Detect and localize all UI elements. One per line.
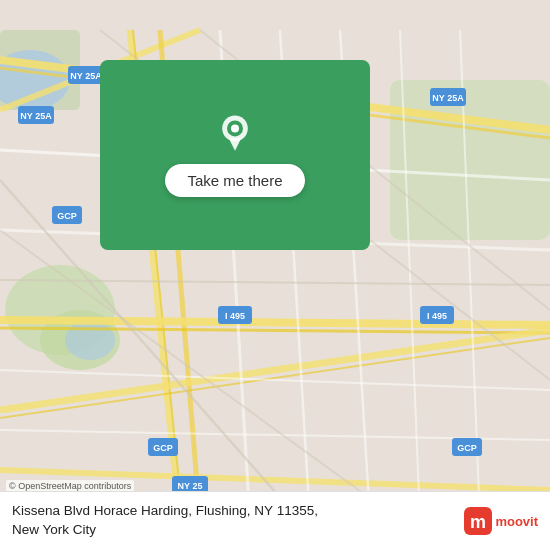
svg-point-56 bbox=[231, 124, 239, 132]
address-text: Kissena Blvd Horace Harding, Flushing, N… bbox=[12, 502, 456, 540]
svg-text:NY 25A: NY 25A bbox=[20, 111, 52, 121]
bottom-bar: Kissena Blvd Horace Harding, Flushing, N… bbox=[0, 491, 550, 550]
green-overlay: Take me there bbox=[100, 60, 370, 250]
svg-text:GCP: GCP bbox=[457, 443, 477, 453]
svg-marker-57 bbox=[229, 138, 242, 151]
moovit-logo: m moovit bbox=[464, 507, 538, 535]
osm-attribution: © OpenStreetMap contributors bbox=[6, 480, 134, 492]
svg-text:GCP: GCP bbox=[153, 443, 173, 453]
svg-text:NY 25A: NY 25A bbox=[70, 71, 102, 81]
svg-text:NY 25: NY 25 bbox=[178, 481, 203, 491]
svg-text:NY 25A: NY 25A bbox=[432, 93, 464, 103]
svg-text:m: m bbox=[470, 512, 486, 532]
moovit-brand-text: moovit bbox=[495, 514, 538, 529]
moovit-icon: m bbox=[464, 507, 492, 535]
take-me-there-button[interactable]: Take me there bbox=[165, 164, 304, 197]
svg-rect-3 bbox=[390, 80, 550, 240]
svg-point-6 bbox=[65, 320, 115, 360]
location-pin-icon bbox=[215, 114, 255, 154]
svg-text:GCP: GCP bbox=[57, 211, 77, 221]
map-container: NY 25A NY 25A NY 25A GCP GCP GCP I 678 I… bbox=[0, 0, 550, 550]
svg-line-13 bbox=[0, 320, 550, 325]
svg-text:I 495: I 495 bbox=[225, 311, 245, 321]
svg-text:I 495: I 495 bbox=[427, 311, 447, 321]
